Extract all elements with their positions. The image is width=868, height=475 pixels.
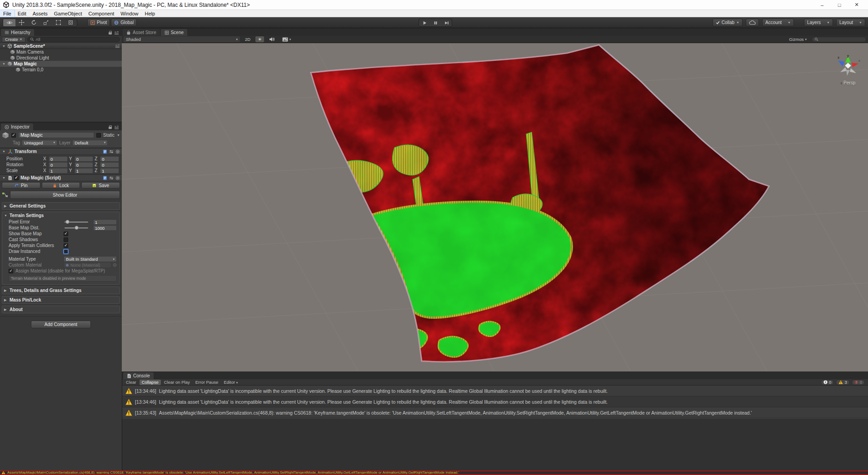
trees-settings-foldout[interactable]: ▶ Trees, Details and Grass Settings [2,287,120,294]
clear-button[interactable]: Clear [124,380,139,385]
move-tool-button[interactable] [15,19,28,26]
show-base-map-checkbox[interactable] [64,232,68,236]
rotation-x-field[interactable]: 0 [49,162,68,168]
panel-menu-icon[interactable] [114,125,119,129]
panel-menu-icon[interactable] [114,31,119,35]
tab-inspector[interactable]: Inspector [1,124,33,130]
terrain-settings-foldout[interactable]: ▼ Terrain Settings [2,212,120,219]
pin-button[interactable]: Pin [2,182,40,188]
hand-tool-button[interactable] [3,19,15,26]
rect-tool-button[interactable] [52,19,65,26]
menu-gameobject[interactable]: GameObject [51,10,85,17]
presets-icon[interactable] [109,176,114,180]
scene-viewport[interactable]: y z x ‹ Persp [122,43,868,371]
help-book-icon[interactable] [103,176,107,180]
tab-console[interactable]: Console [123,372,154,379]
custom-material-field[interactable]: None (Material) [64,262,111,268]
scale-tool-button[interactable] [40,19,52,26]
menu-file[interactable]: File [0,10,15,17]
menu-edit[interactable]: Edit [15,10,30,17]
position-z-field[interactable]: 0 [100,156,119,162]
presets-icon[interactable] [109,149,114,154]
about-foldout[interactable]: ▶ About [2,306,120,313]
audio-toggle-button[interactable] [267,36,277,42]
gear-icon[interactable] [115,149,120,154]
step-button[interactable] [441,19,452,26]
general-settings-foldout[interactable]: ▶ General Settings [2,203,120,209]
gizmos-dropdown[interactable]: Gizmos▾ [787,36,809,42]
pause-button[interactable] [430,19,441,26]
cast-shadows-checkbox[interactable] [64,238,68,242]
console-detail-pane[interactable] [122,418,868,470]
tab-scene[interactable]: Scene [161,29,187,36]
assign-material-checkbox[interactable] [9,269,13,273]
transform-component-header[interactable]: ▼ Transform [0,148,122,155]
object-picker-icon[interactable] [113,263,117,267]
cloud-button[interactable] [746,19,759,26]
minimize-button[interactable]: – [813,0,831,10]
scale-z-field[interactable]: 1 [100,168,119,173]
base-map-dist-field[interactable]: 1000 [93,225,117,231]
draw-mode-dropdown[interactable]: Shaded▾ [124,36,240,42]
material-type-dropdown[interactable]: Built In Standard▾ [64,256,117,262]
collapse-button[interactable]: Collapse [140,380,161,385]
layers-dropdown[interactable]: Layers▼ [804,19,833,26]
projection-mode[interactable]: ‹ Persp [832,80,864,85]
layout-dropdown[interactable]: Layout▼ [836,19,865,26]
mapmagic-component-header[interactable]: ▼ Map Magic (Script) [0,174,122,181]
lock-icon[interactable] [109,31,112,35]
chevron-down-icon[interactable]: ▼ [117,134,120,137]
menu-component[interactable]: Component [85,10,117,17]
draw-instanced-checkbox[interactable] [64,249,68,254]
scene-menu-icon[interactable] [115,44,120,48]
position-x-field[interactable]: 0 [49,156,68,162]
active-checkbox[interactable] [11,133,16,138]
hierarchy-item-directional-light[interactable]: Directional Light [0,55,122,61]
help-book-icon[interactable] [103,149,107,154]
error-pause-button[interactable]: Error Pause [193,380,221,385]
axis-z-label[interactable]: z [838,55,839,59]
gear-icon[interactable] [115,176,120,180]
hierarchy-item-map-magic[interactable]: ▼ Map Magic [0,61,122,67]
effects-toggle-button[interactable]: ▾ [280,36,294,42]
menu-window[interactable]: Window [117,10,141,17]
account-dropdown[interactable]: Account▼ [762,19,794,26]
layer-dropdown[interactable]: Default▾ [72,140,108,146]
scene-header-row[interactable]: ▼ SampleScene* [0,43,122,49]
scene-canvas[interactable] [122,43,868,371]
play-button[interactable] [419,19,430,26]
console-message-row[interactable]: [13:35:43] Assets\MapMagic\Main\CustomSe… [122,407,868,418]
scene-search-input[interactable] [812,37,866,42]
pixel-error-slider[interactable] [65,222,88,223]
scale-x-field[interactable]: 1 [49,168,68,173]
rotation-z-field[interactable]: 0 [100,162,119,168]
show-editor-button[interactable]: Show Editor [10,191,120,199]
error-count-badge[interactable]: 0 [852,380,865,385]
save-button[interactable]: Save [81,182,120,188]
rotate-tool-button[interactable] [28,19,40,26]
rotation-y-field[interactable]: 0 [75,162,94,168]
tab-asset-store[interactable]: Asset Store [123,29,160,36]
transform-tool-button[interactable] [65,19,77,26]
position-y-field[interactable]: 0 [75,156,94,162]
mass-pin-lock-foldout[interactable]: ▶ Mass Pin/Lock [2,297,120,303]
clear-on-play-button[interactable]: Clear on Play [162,380,192,385]
axis-y-label[interactable]: y [847,54,849,58]
create-button[interactable]: Create▼ [2,37,25,42]
maximize-button[interactable]: □ [831,0,848,10]
tab-hierarchy[interactable]: Hierarchy [1,29,34,36]
global-toggle-button[interactable]: Global [111,19,137,26]
axis-x-label[interactable]: x [858,59,861,63]
lighting-toggle-button[interactable]: ☀ [255,36,264,42]
add-component-button[interactable]: Add Component [31,321,91,328]
foldout-arrow-icon[interactable]: ▼ [2,62,6,65]
close-button[interactable]: ✕ [848,0,865,10]
hierarchy-item-terrain[interactable]: Terrain 0,0 [0,67,122,73]
tag-dropdown[interactable]: Untagged▾ [22,140,57,146]
lock-button[interactable]: Lock [42,182,80,188]
orientation-gizmo[interactable]: y z x ‹ Persp [832,53,864,85]
pivot-toggle-button[interactable]: Pivot [87,19,110,26]
2d-toggle-button[interactable]: 2D [243,36,253,42]
collab-button[interactable]: Collab▼ [713,19,743,26]
foldout-arrow-icon[interactable]: ▼ [2,45,6,48]
